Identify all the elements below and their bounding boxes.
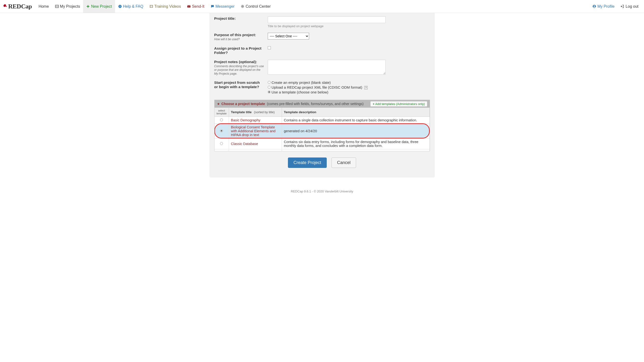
top-nav: REDCap Home My Projects New Project ? He… <box>0 0 644 13</box>
col-desc-header: Template description <box>282 108 430 117</box>
table-row[interactable]: Longitudinal Database (1 arm)Contains ni… <box>214 149 430 151</box>
nav-my-projects[interactable]: My Projects <box>52 0 83 13</box>
template-description: Contains nine data entry forms (beginnin… <box>282 149 430 151</box>
nav-logout[interactable]: Log out <box>618 4 642 9</box>
svg-rect-5 <box>150 5 153 8</box>
envelope-icon <box>187 5 191 8</box>
template-radio[interactable] <box>220 151 223 151</box>
svg-point-11 <box>594 5 595 7</box>
template-description: Contains a single data collection instru… <box>282 117 430 124</box>
list-icon <box>55 5 59 8</box>
radio-empty-label[interactable]: Create an empty project (blank slate) <box>268 81 430 85</box>
logo[interactable]: REDCap <box>2 3 32 10</box>
col-select-header: select template <box>214 108 229 117</box>
folder-label: Assign project to a Project Folder? <box>214 46 264 55</box>
project-title-input[interactable] <box>268 16 386 23</box>
template-panel: ★ Choose a project template (comes pre-f… <box>214 100 430 151</box>
purpose-select[interactable]: ---- Select One ---- <box>268 33 309 40</box>
nav-training[interactable]: Training Videos <box>146 0 184 13</box>
redcap-icon <box>2 4 8 9</box>
radio-xml-label[interactable]: Upload a REDCap project XML file (CDISC … <box>268 85 430 89</box>
template-title-link[interactable]: Longitudinal Database (1 arm) <box>231 151 278 151</box>
radio-xml[interactable] <box>268 86 270 89</box>
nav-sendit[interactable]: Send-It <box>184 0 208 13</box>
template-header-sub: (comes pre-filled with fields, forms/sur… <box>267 102 364 106</box>
template-header-title: Choose a project template <box>222 102 265 106</box>
question-circle-icon: ? <box>118 5 122 8</box>
folder-checkbox[interactable] <box>268 46 271 49</box>
svg-text:?: ? <box>119 5 120 8</box>
notes-sublabel: Comments describing the project's use or… <box>214 65 264 76</box>
plus-icon <box>86 5 90 8</box>
logo-text: REDCap <box>8 3 32 10</box>
radio-template-label[interactable]: Use a template (choose one below) <box>268 90 430 94</box>
template-title-link[interactable]: Classic Database <box>231 142 258 146</box>
table-row[interactable]: Classic DatabaseContains six data entry … <box>214 138 430 149</box>
nav-home[interactable]: Home <box>36 0 52 13</box>
nav-help[interactable]: ? Help & FAQ <box>115 0 146 13</box>
footer: REDCap 9.6.1 - © 2020 Vanderbilt Univers… <box>0 190 644 198</box>
user-circle-icon <box>592 5 596 8</box>
table-row[interactable]: Biological Consent Template with Additio… <box>214 124 430 138</box>
project-title-label: Project title: <box>214 16 264 21</box>
svg-rect-0 <box>55 5 58 8</box>
project-notes-input[interactable] <box>268 60 386 75</box>
nav-control-center[interactable]: Control Center <box>238 0 274 13</box>
template-radio[interactable] <box>220 129 223 132</box>
template-radio[interactable] <box>220 142 223 145</box>
add-templates-button[interactable]: +Add templates (Administrators only) <box>370 101 427 107</box>
gear-icon <box>241 5 244 8</box>
project-title-help: Title to be displayed on project webpage <box>268 24 430 28</box>
start-label: Start project from scratch or begin with… <box>214 81 264 89</box>
svg-point-9 <box>242 6 244 7</box>
template-table: select template Template title (sorted b… <box>214 108 430 151</box>
template-header: ★ Choose a project template (comes pre-f… <box>214 100 430 108</box>
table-row[interactable]: Basic DemographyContains a single data c… <box>214 117 430 124</box>
cancel-button[interactable]: Cancel <box>332 158 356 168</box>
nav-new-project[interactable]: New Project <box>83 0 115 13</box>
template-title-link[interactable]: Biological Consent Template with Additio… <box>231 125 276 137</box>
col-title-header[interactable]: Template title (sorted by title) <box>229 108 282 117</box>
purpose-label: Purpose of this project: <box>214 33 264 37</box>
new-project-form: Project title: Title to be displayed on … <box>210 13 435 178</box>
radio-template[interactable] <box>268 91 270 94</box>
nav-my-profile[interactable]: My Profile <box>589 4 618 9</box>
radio-empty[interactable] <box>268 81 270 84</box>
film-icon <box>150 5 153 8</box>
create-project-button[interactable]: Create Project <box>288 158 327 168</box>
logout-icon <box>621 5 624 8</box>
star-icon: ★ <box>217 102 220 106</box>
template-radio[interactable] <box>220 119 223 121</box>
template-description: generated on 4/24/20 <box>282 124 430 138</box>
template-description: Contains six data entry forms, including… <box>282 138 430 149</box>
nav-messenger[interactable]: Messenger <box>208 0 238 13</box>
template-title-link[interactable]: Basic Demography <box>231 118 260 122</box>
notes-label: Project notes (optional): <box>214 60 264 64</box>
purpose-sublabel: How will it be used? <box>214 38 264 42</box>
help-icon[interactable]: ? <box>364 86 368 89</box>
chat-icon <box>211 5 214 8</box>
